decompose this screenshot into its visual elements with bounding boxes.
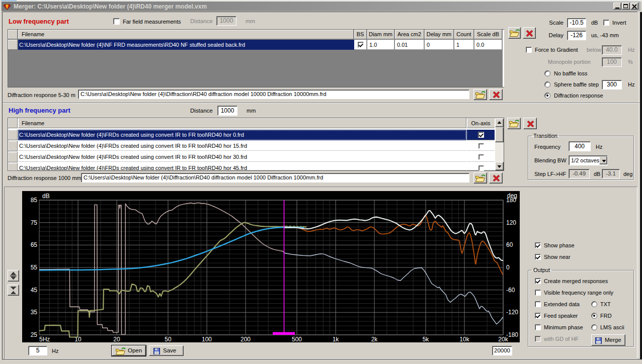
svg-text:5Hz: 5Hz <box>39 336 50 342</box>
svg-text:1k: 1k <box>333 336 340 342</box>
svg-text:-60: -60 <box>506 287 515 294</box>
svg-text:500: 500 <box>292 336 302 342</box>
svg-text:60: 60 <box>506 241 513 248</box>
svg-text:35: 35 <box>31 309 38 316</box>
svg-text:75: 75 <box>31 219 38 226</box>
svg-text:0: 0 <box>506 264 510 271</box>
svg-text:20k: 20k <box>498 336 508 342</box>
svg-text:50: 50 <box>165 336 172 342</box>
svg-text:25: 25 <box>31 331 38 338</box>
svg-text:55: 55 <box>31 264 38 271</box>
svg-text:20: 20 <box>113 336 120 342</box>
svg-text:120: 120 <box>506 219 516 226</box>
svg-text:65: 65 <box>31 241 38 248</box>
svg-text:2k: 2k <box>371 336 378 342</box>
svg-text:200: 200 <box>240 336 251 342</box>
svg-text:100: 100 <box>202 336 212 342</box>
svg-text:180: 180 <box>506 197 516 204</box>
svg-text:-120: -120 <box>506 309 518 316</box>
svg-text:10k: 10k <box>459 336 469 342</box>
svg-text:45: 45 <box>31 287 38 294</box>
svg-text:85: 85 <box>31 197 38 204</box>
svg-text:5k: 5k <box>423 336 430 342</box>
svg-text:dB: dB <box>42 193 50 200</box>
